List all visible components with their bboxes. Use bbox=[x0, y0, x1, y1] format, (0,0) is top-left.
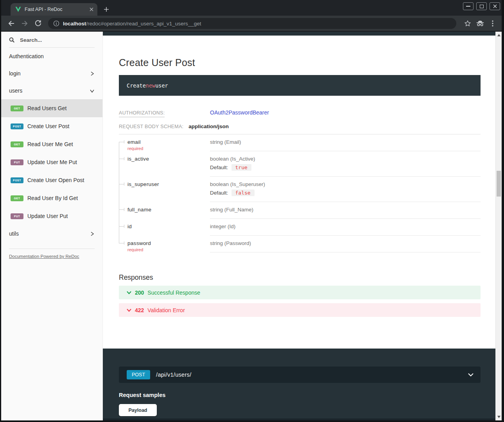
maximize-button[interactable] bbox=[476, 2, 487, 10]
samples-panel: POST /api/v1/users/ Request samples Payl… bbox=[103, 349, 495, 420]
tree-connector bbox=[119, 202, 127, 219]
browser-toolbar: localhost/redoc#operation/read_users_api… bbox=[1, 16, 502, 32]
minimize-button[interactable] bbox=[463, 2, 474, 10]
field-default: Default:false bbox=[210, 190, 481, 196]
sidebar-op-label: Read User By Id Get bbox=[27, 195, 78, 201]
request-body-schema: email required string (Email) is_active … bbox=[119, 134, 481, 252]
response-label: Successful Response bbox=[147, 290, 200, 296]
chevron-down-icon bbox=[127, 291, 131, 294]
default-value: false bbox=[231, 190, 255, 196]
response-code: 422 bbox=[135, 307, 144, 313]
redoc-footer: Documentation Powered by ReDoc bbox=[1, 249, 102, 264]
field-type: string (Email) bbox=[210, 139, 241, 145]
field-row-password: password required string (Password) bbox=[119, 236, 481, 252]
http-method-badge: POST bbox=[127, 370, 150, 379]
sidebar-op-read-user-me-get[interactable]: GET Read User Me Get bbox=[1, 135, 102, 153]
sidebar-op-update-user-me-put[interactable]: PUT Update User Me Put bbox=[1, 153, 102, 171]
field-name: is_active bbox=[127, 156, 210, 162]
tree-connector bbox=[119, 134, 127, 151]
search-input[interactable] bbox=[19, 37, 82, 43]
url-bar[interactable]: localhost/redoc#operation/read_users_api… bbox=[48, 18, 456, 29]
sidebar-item-users[interactable]: users bbox=[1, 82, 102, 99]
site-info-icon[interactable] bbox=[53, 20, 59, 27]
page-title: Create User Post bbox=[119, 57, 495, 68]
field-name: id bbox=[127, 224, 210, 229]
browser-tab[interactable]: Fast API - ReDoc bbox=[11, 3, 97, 16]
favicon-v-icon bbox=[15, 7, 21, 12]
browser-window: Fast API - ReDoc bbox=[0, 0, 504, 422]
chevron-down-icon bbox=[90, 88, 95, 93]
maximize-icon bbox=[480, 5, 484, 8]
response-422[interactable]: 422 Validation Error bbox=[119, 303, 481, 317]
sidebar-op-label: Read Users Get bbox=[27, 105, 66, 111]
window-controls bbox=[463, 2, 500, 10]
reload-icon bbox=[34, 20, 42, 27]
url-text: localhost/redoc#operation/read_users_api… bbox=[63, 20, 201, 27]
search-icon bbox=[9, 37, 15, 43]
sidebar-op-read-user-by-id-get[interactable]: GET Read User By Id Get bbox=[1, 189, 102, 207]
incognito-indicator bbox=[475, 18, 485, 29]
browser-menu-button[interactable] bbox=[488, 18, 498, 29]
authorizations-label: AUTHORIZATIONS: bbox=[119, 110, 210, 117]
endpoint-path: /api/v1/users/ bbox=[156, 372, 462, 378]
sidebar-search bbox=[1, 32, 102, 43]
reload-button[interactable] bbox=[32, 18, 43, 29]
required-label: required bbox=[127, 247, 210, 252]
back-button[interactable] bbox=[6, 18, 17, 29]
field-type: string (Full_Name) bbox=[210, 207, 253, 213]
sidebar-item-label: login bbox=[9, 70, 21, 77]
field-name: email bbox=[127, 139, 210, 145]
tree-connector bbox=[119, 151, 127, 177]
tree-connector bbox=[119, 236, 127, 252]
method-badge-put: PUT bbox=[11, 213, 23, 219]
sidebar-item-label: Authentication bbox=[9, 53, 44, 59]
chevron-down-icon bbox=[468, 373, 474, 377]
tab-close-icon[interactable] bbox=[90, 7, 93, 11]
sidebar-op-read-users-get[interactable]: GET Read Users Get bbox=[1, 99, 102, 117]
page-scrollbar[interactable] bbox=[495, 32, 502, 420]
request-body-type: application/json bbox=[188, 123, 229, 129]
back-icon bbox=[7, 20, 15, 27]
payload-tab[interactable]: Payload bbox=[119, 404, 157, 416]
sidebar-item-login[interactable]: login bbox=[1, 65, 102, 82]
responses-heading: Responses bbox=[119, 274, 495, 282]
close-icon bbox=[493, 4, 497, 8]
scroll-down-arrow[interactable] bbox=[497, 416, 500, 418]
new-tab-button[interactable] bbox=[104, 7, 109, 12]
request-body-row: REQUEST BODY SCHEMA: application/json bbox=[119, 123, 481, 134]
operation-description-code: Create new user bbox=[119, 75, 481, 96]
response-code: 200 bbox=[135, 290, 144, 296]
sidebar-op-create-user-open-post[interactable]: POST Create User Open Post bbox=[1, 171, 102, 189]
sidebar-op-update-user-put[interactable]: PUT Update User Put bbox=[1, 207, 102, 225]
field-row-is-active: is_active boolean (Is_Active) Default:tr… bbox=[119, 151, 481, 177]
forward-button[interactable] bbox=[19, 18, 30, 29]
bookmark-star-button[interactable] bbox=[463, 18, 473, 29]
request-samples-heading: Request samples bbox=[119, 392, 495, 398]
scroll-up-arrow[interactable] bbox=[497, 34, 500, 36]
sidebar-item-utils[interactable]: utils bbox=[1, 225, 102, 242]
tree-connector bbox=[119, 219, 127, 236]
field-row-is-superuser: is_superuser boolean (Is_Superuser) Defa… bbox=[119, 177, 481, 202]
sidebar-op-create-user-post[interactable]: POST Create User Post bbox=[1, 117, 102, 135]
response-200[interactable]: 200 Successful Response bbox=[119, 286, 481, 299]
field-type: boolean (Is_Active) bbox=[210, 156, 255, 162]
sidebar-item-label: users bbox=[9, 88, 22, 94]
field-row-id: id integer (Id) bbox=[119, 219, 481, 236]
sidebar-item-authentication[interactable]: Authentication bbox=[1, 48, 102, 65]
scrollbar-thumb[interactable] bbox=[497, 171, 501, 197]
response-label: Validation Error bbox=[147, 307, 185, 313]
endpoint-dropdown[interactable]: POST /api/v1/users/ bbox=[119, 367, 481, 383]
authorizations-link[interactable]: OAuth2PasswordBearer bbox=[210, 109, 269, 116]
tab-title: Fast API - ReDoc bbox=[25, 7, 86, 12]
field-row-email: email required string (Email) bbox=[119, 134, 481, 151]
close-button[interactable] bbox=[490, 2, 500, 10]
field-name: full_name bbox=[127, 207, 210, 213]
main-content: Create User Post Create new user AUTHORI… bbox=[103, 32, 495, 420]
method-badge-get: GET bbox=[11, 106, 23, 111]
star-icon bbox=[464, 20, 471, 27]
redoc-footer-link[interactable]: Documentation Powered by ReDoc bbox=[9, 254, 79, 259]
operation-doc: Create User Post Create new user AUTHORI… bbox=[103, 36, 495, 349]
method-badge-post: POST bbox=[11, 123, 23, 129]
sidebar-item-label: utils bbox=[9, 231, 19, 237]
code-text: Create bbox=[127, 82, 146, 89]
